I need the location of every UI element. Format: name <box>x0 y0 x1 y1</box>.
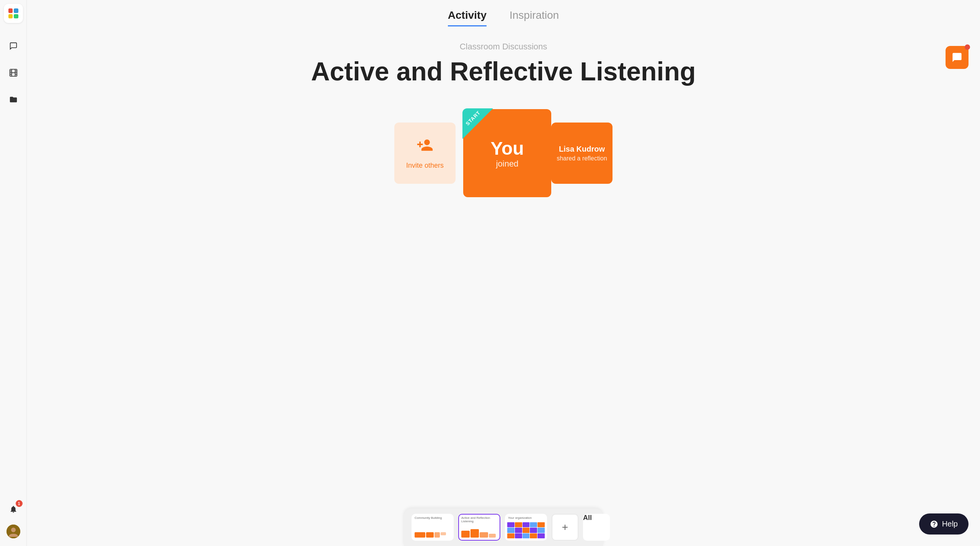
logo-dot-blue <box>14 8 18 13</box>
add-slide-button[interactable]: + <box>552 514 578 541</box>
panel-notification-dot <box>965 44 970 50</box>
logo-grid <box>8 8 18 18</box>
tab-inspiration[interactable]: Inspiration <box>510 9 559 26</box>
svg-point-9 <box>11 528 16 532</box>
avatar[interactable] <box>7 525 20 538</box>
slide-3-title: Your organization <box>508 516 532 520</box>
you-joined-card[interactable]: START You joined <box>463 109 551 197</box>
slide-1-title: Community Building <box>415 516 442 520</box>
notification-badge: 1 <box>16 500 23 507</box>
all-slides-button[interactable]: All <box>583 514 610 541</box>
chat-icon[interactable] <box>6 38 21 54</box>
lisa-name: Lisa Kudrow <box>559 145 605 154</box>
slide-2-inner: Active and Reflection Listening <box>459 515 500 540</box>
bottom-toolbar: Community Building Active and Reflection… <box>404 508 603 546</box>
app-logo[interactable] <box>4 4 23 23</box>
slide-1-inner: Community Building <box>412 515 453 540</box>
cards-area: Invite others START You joined Lisa Kudr… <box>369 105 637 201</box>
slide-3-inner: Your organization <box>506 515 546 540</box>
help-label: Help <box>942 520 958 528</box>
logo-dot-yellow <box>8 14 13 19</box>
subtitle: Classroom Discussions <box>460 42 547 52</box>
slide-thumbnail-3[interactable]: Your organization <box>505 514 547 541</box>
main-content: Activity Inspiration Classroom Discussio… <box>27 0 980 546</box>
right-panel <box>946 46 969 69</box>
chat-bubble-icon <box>952 52 962 63</box>
invite-label: Invite others <box>406 162 444 170</box>
start-ribbon: START <box>462 108 493 139</box>
sidebar-bottom: 1 <box>6 502 21 546</box>
slide-thumbnail-1[interactable]: Community Building <box>412 514 454 541</box>
film-icon[interactable] <box>6 65 21 80</box>
invite-others-card[interactable]: Invite others <box>394 123 456 184</box>
tab-activity[interactable]: Activity <box>448 9 487 26</box>
lisa-action: shared a reflection <box>557 155 607 162</box>
logo-dot-red <box>8 8 13 13</box>
folder-icon[interactable] <box>6 92 21 107</box>
lisa-card[interactable]: Lisa Kudrow shared a reflection <box>551 123 612 184</box>
notification-wrapper: 1 <box>6 502 21 517</box>
you-name: You <box>490 138 524 159</box>
help-icon <box>930 520 938 528</box>
tabs-container: Activity Inspiration <box>448 0 559 26</box>
logo-dot-green <box>14 14 18 19</box>
sidebar: 1 <box>0 0 27 546</box>
panel-chat-button[interactable] <box>946 46 969 69</box>
help-button[interactable]: Help <box>919 513 969 535</box>
slide-thumbnail-2[interactable]: Active and Reflection Listening <box>458 514 500 541</box>
content-area: Classroom Discussions Active and Reflect… <box>27 42 980 546</box>
person-add-icon <box>416 137 433 157</box>
you-joined-text: joined <box>496 159 519 169</box>
main-title: Active and Reflective Listening <box>311 56 696 86</box>
slide-2-title: Active and Reflection Listening <box>461 516 500 523</box>
